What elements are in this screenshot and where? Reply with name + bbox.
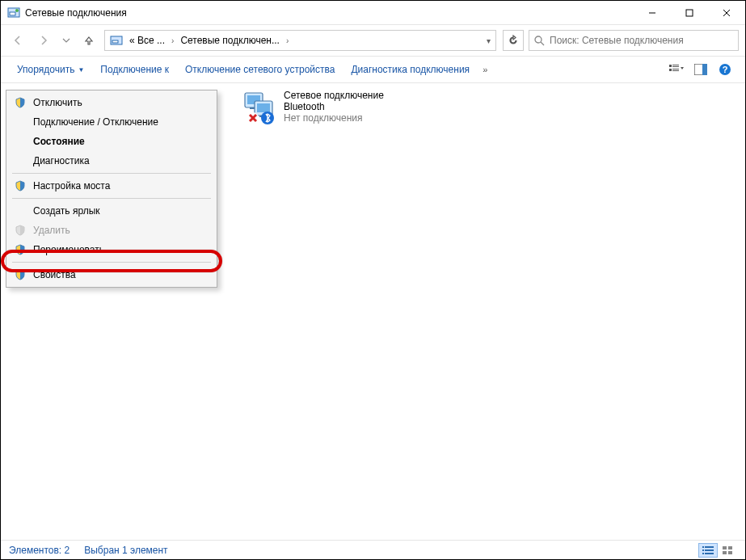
shield-icon — [14, 96, 27, 109]
svg-rect-13 — [672, 66, 679, 67]
svg-rect-33 — [702, 549, 704, 551]
diagnose-button[interactable]: Диагностика подключения — [343, 61, 478, 78]
chevron-right-icon[interactable]: › — [283, 36, 292, 45]
ctx-connect-disconnect[interactable]: Подключение / Отключение — [9, 112, 214, 132]
svg-rect-34 — [705, 549, 714, 551]
ctx-disable[interactable]: Отключить — [9, 93, 214, 112]
organize-menu[interactable]: Упорядочить ▼ — [9, 61, 92, 78]
shield-icon — [14, 243, 27, 256]
svg-rect-39 — [723, 551, 727, 554]
chevron-right-icon[interactable]: › — [168, 36, 177, 45]
ctx-bridge[interactable]: Настройка моста — [9, 176, 214, 196]
svg-rect-4 — [686, 10, 693, 16]
selection-label: Выбран 1 элемент — [84, 545, 167, 556]
ctx-separator — [12, 262, 211, 263]
ctx-diagnose[interactable]: Диагностика — [9, 151, 214, 171]
ctx-properties[interactable]: Свойства — [9, 265, 214, 284]
ctx-properties-label: Свойства — [33, 269, 76, 280]
toolbar: Упорядочить ▼ Подключение к Отключение с… — [1, 56, 745, 83]
svg-rect-36 — [705, 553, 714, 554]
location-icon — [110, 34, 123, 47]
disable-device-button[interactable]: Отключение сетевого устройства — [177, 61, 343, 78]
connection-line3: Нет подключения — [284, 112, 384, 124]
view-switcher — [698, 543, 737, 558]
svg-rect-35 — [702, 553, 704, 554]
svg-rect-18 — [702, 64, 707, 75]
breadcrumb-segment-2[interactable]: Сетевые подключен... — [177, 33, 283, 48]
window-icon — [7, 6, 20, 19]
search-input[interactable] — [550, 35, 733, 46]
recent-locations-button[interactable] — [59, 30, 74, 51]
svg-line-10 — [541, 42, 544, 45]
connection-icon — [243, 90, 279, 125]
forward-button[interactable] — [33, 30, 54, 51]
svg-rect-8 — [112, 40, 118, 43]
svg-rect-38 — [728, 546, 732, 549]
connection-line1: Сетевое подключение — [284, 90, 384, 101]
toolbar-overflow-button[interactable]: » — [478, 65, 492, 74]
details-view-button[interactable] — [698, 543, 718, 558]
up-button[interactable] — [78, 30, 99, 51]
ctx-create-shortcut[interactable]: Создать ярлык — [9, 201, 214, 221]
ctx-status[interactable]: Состояние — [9, 132, 214, 151]
svg-point-2 — [15, 9, 19, 12]
svg-rect-31 — [702, 546, 704, 548]
item-count-label: Элементов: 2 — [9, 545, 70, 556]
svg-rect-1 — [10, 12, 15, 15]
svg-text:?: ? — [723, 65, 728, 74]
breadcrumb-dropdown[interactable]: ▾ — [483, 36, 494, 45]
ctx-disable-label: Отключить — [33, 97, 82, 108]
svg-rect-37 — [723, 546, 727, 549]
status-bar: Элементов: 2 Выбран 1 элемент — [1, 540, 745, 559]
large-icons-view-button[interactable] — [718, 543, 737, 558]
window-controls — [634, 1, 745, 24]
maximize-button[interactable] — [671, 1, 708, 25]
svg-rect-40 — [728, 551, 732, 554]
context-menu: Отключить Подключение / Отключение Состо… — [6, 90, 217, 288]
minimize-button[interactable] — [634, 1, 671, 25]
view-options-button[interactable] — [667, 60, 686, 79]
connection-line2: Bluetooth — [284, 101, 384, 112]
back-button[interactable] — [7, 30, 28, 51]
close-button[interactable] — [708, 1, 745, 25]
svg-rect-16 — [672, 70, 679, 71]
ctx-delete: Удалить — [9, 221, 214, 240]
ctx-separator — [12, 198, 211, 199]
ctx-rename-label: Переименовать — [33, 244, 104, 255]
ctx-separator — [12, 173, 211, 174]
shield-icon — [14, 179, 27, 192]
ctx-status-label: Состояние — [33, 136, 85, 147]
help-button[interactable]: ? — [715, 60, 735, 79]
search-icon — [534, 36, 545, 46]
search-box[interactable] — [529, 30, 739, 51]
shield-icon — [14, 268, 27, 281]
svg-rect-25 — [257, 103, 270, 112]
ctx-rename[interactable]: Переименовать — [9, 240, 214, 259]
svg-rect-11 — [669, 65, 672, 67]
svg-rect-12 — [672, 65, 679, 65]
window-title: Сетевые подключения — [25, 7, 634, 19]
ctx-connect-label: Подключение / Отключение — [33, 116, 158, 128]
connect-to-button[interactable]: Подключение к — [92, 61, 177, 78]
svg-point-9 — [535, 36, 542, 43]
ctx-bridge-label: Настройка моста — [33, 180, 110, 192]
nav-row: « Все ... › Сетевые подключен... › ▾ — [1, 25, 745, 56]
svg-rect-32 — [705, 546, 714, 548]
connection-labels: Сетевое подключение Bluetooth Нет подклю… — [284, 90, 384, 124]
content-area[interactable]: Сетевое подключение Bluetooth Нет подклю… — [1, 83, 745, 540]
ctx-delete-label: Удалить — [33, 225, 70, 236]
chevron-down-icon: ▼ — [78, 66, 84, 74]
svg-rect-14 — [669, 69, 672, 71]
organize-label: Упорядочить — [17, 64, 74, 75]
refresh-button[interactable] — [503, 30, 524, 51]
ctx-shortcut-label: Создать ярлык — [33, 205, 100, 217]
shield-icon — [14, 224, 27, 237]
preview-pane-button[interactable] — [691, 60, 710, 79]
breadcrumb-segment-1[interactable]: « Все ... — [126, 33, 168, 48]
address-bar[interactable]: « Все ... › Сетевые подключен... › ▾ — [104, 30, 496, 51]
svg-rect-15 — [672, 69, 679, 69]
window: Сетевые подключения — [1, 1, 745, 559]
connection-item-bluetooth[interactable]: Сетевое подключение Bluetooth Нет подклю… — [243, 90, 384, 125]
titlebar: Сетевые подключения — [1, 1, 745, 25]
ctx-diagnose-label: Диагностика — [33, 155, 90, 166]
